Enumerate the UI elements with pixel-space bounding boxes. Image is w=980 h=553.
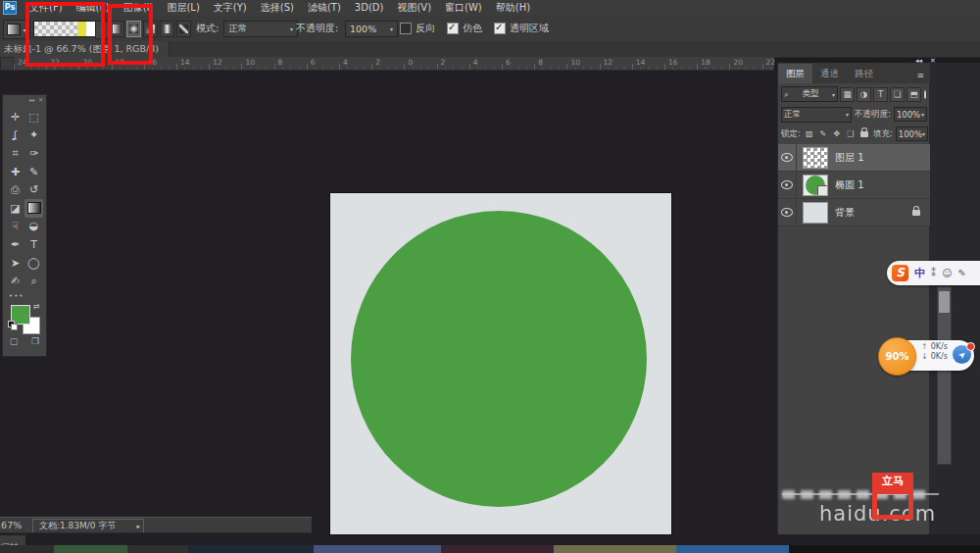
status-zoom-level[interactable]: 66.67% [0,520,22,530]
ime-handwriting-icon[interactable]: ✎ [957,268,965,278]
lasso-tool[interactable]: ʆ [6,126,24,145]
path-select-tool[interactable]: ➤ [6,254,24,273]
ime-language-mode[interactable]: 中 [914,266,925,280]
screen-mode-button[interactable]: ❐ [31,336,39,346]
taskbar-segment [188,545,314,553]
move-tool[interactable]: ✛ [6,108,24,126]
tab-paths[interactable]: 路径 [847,64,881,83]
sogou-logo-icon[interactable]: S [892,265,908,281]
menu-item-4[interactable]: 文字(Y) [207,0,254,16]
clone-stamp-tool[interactable]: ⎙ [6,180,24,199]
menu-item-8[interactable]: 视图(V) [390,0,438,16]
blend-row: 正常 ▾ 不透明度: 100% ▾ [781,107,927,122]
ruler-number: 6 [311,58,316,67]
checkbox-1-box[interactable] [447,23,459,34]
menu-item-3[interactable]: 图层(L) [160,0,206,16]
healing-brush-tool[interactable]: ✚ [6,163,24,181]
ellipse-tool[interactable]: ◯ [24,254,43,273]
menu-item-10[interactable]: 帮助(H) [489,0,537,16]
lock-all-icon[interactable] [858,128,870,140]
menu-item-9[interactable]: 窗口(W) [438,0,489,16]
lock-image-pixels-icon[interactable]: ✎ [817,128,829,140]
document-info-field[interactable]: 文档:1.83M/0 字节 ▸ [32,519,144,533]
lock-artboard-icon[interactable]: ❑ [845,128,857,140]
filter-smart-objects-icon[interactable]: ⬒ [906,87,921,102]
filter-type-layers-icon[interactable]: T [873,87,888,102]
layer-opacity-select[interactable]: 100% ▾ [894,107,927,122]
upload-arrow-icon: ↑ [921,342,928,351]
eraser-icon: ◪ [10,202,20,215]
gradient-tool[interactable] [24,199,43,218]
menu-item-5[interactable]: 选择(S) [254,0,301,16]
eyedropper-tool[interactable]: ✑ [24,144,43,163]
quick-mask-button[interactable]: ▢ [10,336,19,346]
history-brush-tool[interactable]: ↺ [24,180,43,199]
tools-panel-header[interactable]: ◂◂ ✕ [3,95,46,106]
pen-icon: ✒ [11,238,20,251]
layer-blend-mode-select[interactable]: 正常 ▾ [781,107,852,123]
layer-row[interactable]: 背景 [778,199,930,226]
layer-row[interactable]: 图层 1 [778,144,930,172]
reflected-gradient-button[interactable] [160,21,174,37]
edit-toolbar-button[interactable]: ••• [9,292,24,300]
fill-select[interactable]: 100% ▾ [896,126,928,141]
layer-lock-icon [912,210,920,216]
ruler-number: 16 [668,58,678,67]
checkbox-2-label: 透明区域 [510,22,549,35]
dodge-tool[interactable]: ◒ [24,218,43,236]
hand-tool[interactable]: ✍ [6,272,24,290]
menu-item-6[interactable]: 滤镜(T) [301,0,348,16]
magic-wand-tool[interactable]: ✦ [24,126,43,145]
visibility-toggle[interactable] [778,144,797,171]
filter-shape-layers-icon[interactable]: ❏ [890,87,905,102]
close-icon: ✕ [38,96,43,106]
crop-tool[interactable]: ⌗ [6,144,24,163]
blend-mode-select[interactable]: 正常 ▾ [223,21,298,37]
tab-channels[interactable]: 通道 [812,64,847,83]
swap-colors-icon[interactable]: ⇄ [33,302,40,311]
menu-item-7[interactable]: 3D(D) [348,0,391,16]
panel-menu-icon[interactable]: ≡ [910,67,930,83]
ruler-number: 18 [701,58,710,67]
tab-layers[interactable]: 图层 [778,64,812,83]
filter-adjustment-layers-icon[interactable]: ◑ [857,87,871,102]
layer-row[interactable]: 椭圆 1 [778,172,930,199]
lock-position-icon[interactable]: ✥ [831,128,843,140]
smudge-tool[interactable]: ☟ [6,218,24,236]
brush-tool[interactable]: ✎ [24,163,43,181]
default-colors-icon[interactable] [8,321,17,329]
layer-blend-mode-value: 正常 [784,109,801,121]
checkbox-0-box[interactable] [400,23,412,34]
eraser-tool[interactable]: ◪ [6,199,24,218]
layer-thumbnail [803,202,828,224]
seal-characters: 立马 [872,473,913,489]
ime-emoji-icon[interactable]: ☺ [942,268,952,278]
filter-kind-select[interactable]: ⌕ 类型 ▾ [781,86,838,102]
ime-symbols-icon[interactable]: ⁑ [931,268,936,278]
blend-mode-value: 正常 [228,23,247,35]
visibility-toggle[interactable] [778,199,797,226]
lock-icons: ▨✎✥❑ [804,128,870,140]
pen-tool[interactable]: ✒ [6,235,24,254]
scrollbar-thumb[interactable] [939,291,950,313]
ruler-number: 4 [473,58,478,67]
smudge-icon: ☟ [12,220,19,232]
type-tool[interactable]: T [24,235,43,254]
canvas[interactable] [330,193,671,534]
marquee-tool[interactable]: ⬚ [24,108,43,126]
opacity-select[interactable]: 100% ▾ [345,21,398,37]
diamond-gradient-button[interactable] [176,21,191,37]
ruler-corner [0,57,14,71]
chevron-right-icon[interactable]: ▸ [136,523,140,530]
ruler-number: 14 [636,58,646,67]
vertical-scrollbar[interactable] [937,286,952,465]
filter-toggle[interactable] [923,89,927,100]
mode-label: 模式: [196,16,219,41]
close-panel-icon[interactable]: ✕ [930,57,936,65]
memory-percent-ball[interactable]: 90% [878,337,916,376]
checkbox-2-box[interactable] [494,23,506,34]
lock-transparent-pixels-icon[interactable]: ▨ [804,128,815,140]
filter-pixel-layers-icon[interactable]: ▦ [840,87,855,102]
visibility-toggle[interactable] [778,172,797,198]
zoom-tool[interactable]: ⌕ [24,272,43,290]
